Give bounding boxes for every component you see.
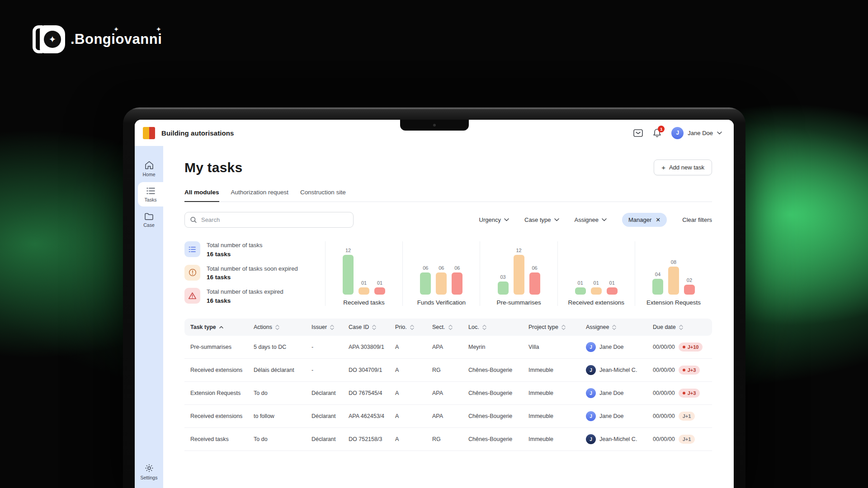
app-title: Building autorisations xyxy=(161,129,234,137)
sidebar-item-tasks[interactable]: Tasks xyxy=(138,182,163,206)
column-header[interactable]: Case ID xyxy=(343,324,389,330)
green-bar xyxy=(420,272,431,295)
column-header[interactable]: Loc. xyxy=(462,324,523,330)
cell-task-type: Received tasks xyxy=(184,436,248,442)
table-row[interactable]: Pre-summarises5 days to DC-APA 303809/1A… xyxy=(184,336,712,359)
column-header[interactable]: Sect. xyxy=(426,324,462,330)
sort-icon xyxy=(561,324,566,330)
bar-column: 01 xyxy=(607,280,618,295)
tasks-table: Task typeActionsIssuerCase IDPrio.Sect.L… xyxy=(184,319,712,451)
search-input[interactable] xyxy=(201,216,348,223)
assignee-filter-dropdown[interactable]: Assignee xyxy=(575,216,607,223)
red-bar xyxy=(529,272,540,295)
brand-logo-mark: ✦ xyxy=(33,25,65,53)
sidebar-item-case[interactable]: Case xyxy=(135,207,163,232)
notifications-bell-icon[interactable]: 1 xyxy=(653,128,661,138)
alert-circle-icon xyxy=(184,265,200,281)
bar-value-label: 03 xyxy=(500,274,505,280)
column-header-label: Case ID xyxy=(349,324,369,330)
due-date-value: 00/00/00 xyxy=(653,436,675,442)
sidebar-item-label: Home xyxy=(142,172,155,177)
user-name: Jane Doe xyxy=(688,130,713,136)
sidebar-item-settings[interactable]: Settings xyxy=(135,459,163,484)
sort-icon xyxy=(410,324,414,330)
cell-assignee: JJean-Michel C. xyxy=(580,434,647,444)
column-header[interactable]: Assignee xyxy=(580,324,647,330)
table-row[interactable]: Received tasksTo doDéclarantDO 752158/3A… xyxy=(184,428,712,451)
assignee-name: Jean-Michel C. xyxy=(599,367,637,373)
due-badge: J+1 xyxy=(679,412,695,421)
cell-assignee: JJane Doe xyxy=(580,411,647,421)
clear-filters-button[interactable]: Clear filters xyxy=(682,216,712,223)
assignee-name: Jane Doe xyxy=(599,344,624,350)
main-content: My tasks + Add new task All modules Auth… xyxy=(163,146,734,488)
table-row[interactable]: Extension RequestsTo doDéclarantDO 76754… xyxy=(184,382,712,405)
chart-bars: 040802 xyxy=(652,241,695,295)
sidebar-item-home[interactable]: Home xyxy=(135,156,163,181)
orange-bar xyxy=(359,287,369,295)
cell-case-id: DO 304709/1 xyxy=(343,367,389,373)
mail-icon[interactable] xyxy=(633,129,643,137)
column-header[interactable]: Due date xyxy=(647,324,712,330)
cell-assignee: JJean-Michel C. xyxy=(580,365,647,375)
tab-authorization-request[interactable]: Authorization request xyxy=(231,189,289,202)
cell-prio: A xyxy=(389,390,426,396)
bar-value-label: 12 xyxy=(516,248,521,253)
add-new-task-button[interactable]: + Add new task xyxy=(654,160,712,175)
search-box[interactable] xyxy=(184,212,354,228)
plus-icon: + xyxy=(661,164,665,171)
search-icon xyxy=(190,216,197,223)
orange-bar xyxy=(668,267,679,295)
laptop-mockup: Building autorisations 1 J Jane Doe xyxy=(123,108,745,488)
folder-icon xyxy=(144,212,154,220)
close-icon[interactable]: ✕ xyxy=(656,217,660,223)
urgency-dot-icon xyxy=(683,346,685,348)
cell-issuer: Déclarant xyxy=(306,390,343,396)
bar-value-label: 02 xyxy=(687,277,692,283)
cell-project-type: Immeuble xyxy=(523,436,580,442)
column-header[interactable]: Issuer xyxy=(306,324,343,330)
bar-value-label: 04 xyxy=(655,272,660,277)
column-header-label: Issuer xyxy=(311,324,327,330)
bar-value-label: 06 xyxy=(532,265,537,271)
bar-column: 06 xyxy=(529,265,540,295)
chevron-down-icon xyxy=(717,131,722,135)
bar-column: 12 xyxy=(343,248,354,295)
page-title: My tasks xyxy=(184,160,242,175)
tab-construction-site[interactable]: Construction site xyxy=(300,189,346,202)
tab-all-modules[interactable]: All modules xyxy=(184,189,219,202)
column-header[interactable]: Prio. xyxy=(389,324,426,330)
user-menu[interactable]: J Jane Doe xyxy=(671,127,722,139)
bar-column: 04 xyxy=(652,272,663,295)
stat-tasks-expired: Total number of tasks expired 16 tasks xyxy=(184,288,317,304)
cell-loc: Chênes-Bougerie xyxy=(462,367,523,373)
cell-actions: To do xyxy=(248,390,306,396)
table-header: Task typeActionsIssuerCase IDPrio.Sect.L… xyxy=(184,319,712,336)
stat-label: Total number of tasks expired xyxy=(207,288,283,296)
cell-project-type: Immeuble xyxy=(523,390,580,396)
column-header[interactable]: Task type xyxy=(184,324,248,330)
due-badge-label: J+3 xyxy=(688,390,696,396)
case-type-filter-dropdown[interactable]: Case type xyxy=(524,216,559,223)
task-stats: Total number of tasks 16 tasks Total num… xyxy=(184,241,326,306)
column-header[interactable]: Project type xyxy=(523,324,580,330)
due-badge-label: J+3 xyxy=(688,367,696,373)
urgency-filter-dropdown[interactable]: Urgency xyxy=(479,216,509,223)
table-row[interactable]: Received extensionsDélais déclarant-DO 3… xyxy=(184,359,712,382)
sort-icon xyxy=(612,324,616,330)
cell-prio: A xyxy=(389,367,426,373)
column-header-label: Prio. xyxy=(395,324,407,330)
sparkle-icon: ✦ xyxy=(49,34,57,45)
cell-sect: RG xyxy=(426,367,462,373)
table-row[interactable]: Received extensionsto followDéclarantAPA… xyxy=(184,405,712,428)
green-bar xyxy=(343,255,354,295)
column-header[interactable]: Actions xyxy=(248,324,306,330)
manager-filter-chip[interactable]: Manager ✕ xyxy=(622,213,667,227)
notification-badge: 1 xyxy=(658,126,665,132)
chevron-down-icon xyxy=(602,218,607,221)
stat-total-tasks: Total number of tasks 16 tasks xyxy=(184,241,317,258)
cell-due-date: 00/00/00J+1 xyxy=(647,412,712,421)
chart-group-label: Received tasks xyxy=(343,299,385,306)
column-header-label: Project type xyxy=(528,324,558,330)
task-charts: 120101Received tasks060606Funds Verifica… xyxy=(326,241,712,306)
